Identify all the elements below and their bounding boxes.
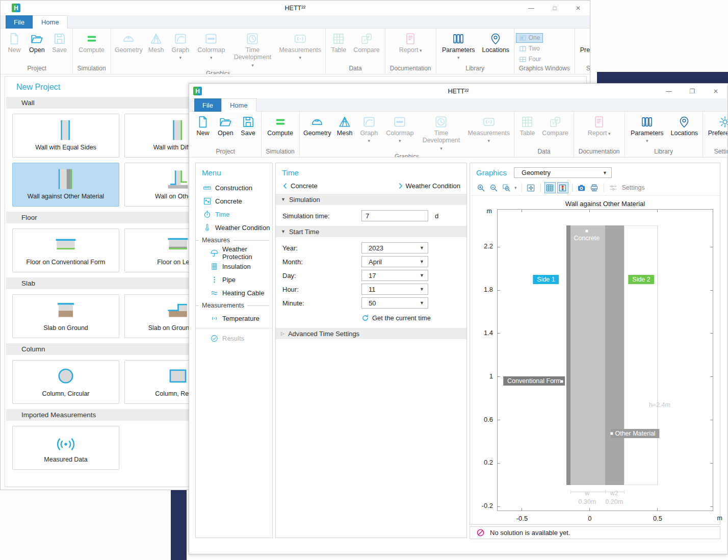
weather-condition-icon [203,223,212,232]
toolbar-colorbar-toggle-button[interactable] [557,182,568,193]
select-value: April [369,258,382,266]
ribbon-button-geometry[interactable]: Geometry [301,114,333,138]
ribbon-button-label-wrap: Measurements ▾ [467,130,510,144]
project-tile-floor-on-conventional-form[interactable]: Floor on Conventional Form [12,228,119,272]
simulation-time-input[interactable]: 7 [361,210,428,221]
get-current-time-button[interactable]: Get the current time [361,314,466,322]
toolbar-zoom-box-button[interactable] [501,182,512,193]
close-button[interactable]: ✕ [566,1,590,15]
column-rectangular-icon [164,367,192,387]
front-titlebar: H HETT²² — ❐ ✕ [189,84,727,98]
menu-item-pipe[interactable]: Pipe [196,273,272,286]
report-icon [404,32,417,45]
ribbon-button-label: Four [529,56,541,63]
toolbar-divider [572,183,573,192]
ribbon-button-new[interactable]: New [192,114,214,138]
menu-item-label: Weather Protection [222,245,272,261]
toolbar-zoom-out-button[interactable] [488,182,499,193]
ribbon-button-preferences[interactable]: Preferences [577,31,590,55]
dropdown-caret-icon: ▾ [514,185,517,190]
year-select[interactable]: 2023▼ [361,242,428,253]
start-time-row-minute: Minute:50▼ [276,296,466,310]
start-time-section-header[interactable]: ▼ Start Time [276,226,466,237]
menu-item-time[interactable]: Time [196,208,272,221]
y-tick [497,247,500,247]
chevron-down-icon: ▼ [420,300,424,306]
graphics-view-select[interactable]: Geometry ▼ [514,167,612,178]
menu-item-insulation[interactable]: Insulation [196,260,272,273]
tab-file[interactable]: File [6,15,33,29]
menu-item-weather-protection[interactable]: Weather Protection [196,246,272,260]
ribbon-group-library: Parameters ▾LocationsLibrary [436,29,514,74]
menu-item-construction[interactable]: Construction [196,181,272,194]
dropdown-caret-icon: ▾ [299,55,301,60]
ribbon-button-locations[interactable]: Locations [668,114,701,138]
maximize-button[interactable]: □ [543,1,566,15]
ribbon-button-compute[interactable]: Compute [264,114,297,138]
menu-item-temperature[interactable]: Temperature [196,312,272,325]
simulation-section-header[interactable]: ▼ Simulation [276,194,466,205]
y-tick [710,506,713,507]
ribbon-button-parameters[interactable]: Parameters ▾ [438,31,480,62]
ribbon-button-label-wrap: New [8,46,20,54]
menu-section-measurements: Measurements [196,299,272,312]
project-tile-measured-data[interactable]: Measured Data [12,426,119,470]
menu-item-label: Time [215,211,229,218]
menu-item-heating-cable[interactable]: Heating Cable [196,286,272,299]
ribbon-button-parameters[interactable]: Parameters ▾ [627,114,668,145]
ribbon-group-label: Project [192,147,259,157]
minute-select[interactable]: 50▼ [361,297,428,309]
toolbar-print-button[interactable] [589,182,600,193]
construction-icon [203,184,212,192]
wall-equal-sides-icon [52,120,80,141]
dimension-value: 0.20m [596,498,632,507]
project-tile-column-circular[interactable]: Column, Circular [12,360,119,404]
menu-item-concrete[interactable]: Concrete [196,194,272,208]
collapse-triangle-icon: ▼ [281,197,285,202]
ribbon-button-label: Time Development [234,46,272,61]
ribbon-button-label: Table [331,46,346,54]
y-tick [710,247,713,247]
toolbar-snapshot-button[interactable] [576,182,587,193]
ribbon-button-label-wrap: Open [218,130,233,137]
dimension-label: w2 [596,489,632,498]
day-select[interactable]: 17▼ [361,270,428,281]
nav-prev-concrete[interactable]: Concrete [282,182,318,190]
y-tick [497,420,500,420]
tab-home[interactable]: Home [221,98,256,112]
minimize-button[interactable]: — [657,84,681,98]
ribbon-button-label-wrap: Preferences [708,130,727,137]
ribbon-button-locations[interactable]: Locations [479,31,512,55]
dropdown-caret-icon: ▾ [368,138,371,143]
toolbar-grid-toggle-button[interactable] [544,182,556,193]
ribbon-button-mesh[interactable]: Mesh [333,114,356,138]
toolbar-zoom-in-button[interactable] [475,182,486,193]
tab-file[interactable]: File [194,98,221,112]
advanced-time-settings-header[interactable]: ▷ Advanced Time Settings [276,328,466,339]
toolbar-zoom-extents-button[interactable] [526,182,537,193]
ribbon-button-save[interactable]: Save [237,114,259,138]
graphics-toolbar: ▾Settings [470,181,720,196]
tile-label: Floor on Conventional Form [27,259,106,266]
annotation-marker [561,380,563,383]
ribbon-button-preferences[interactable]: Preferences [705,114,727,138]
project-tile-slab-on-ground[interactable]: Slab on Ground [12,294,119,338]
nav-next-weather-condition[interactable]: Weather Condition [397,182,460,190]
close-button[interactable]: ✕ [704,84,727,98]
advanced-time-settings-label: Advanced Time Settings [288,330,359,338]
time-panel: Time Concrete Weather Condition ▼ Simula… [275,163,467,538]
ribbon-button-open[interactable]: Open [214,114,237,138]
project-tile-wall-with-equal-sides[interactable]: Wall with Equal Sides [12,114,119,158]
ribbon-button-new: New [3,31,25,55]
time-panel-title: Time [276,163,466,177]
back-tabrow: File Home [1,15,590,29]
tab-home[interactable]: Home [33,15,68,29]
minimize-button[interactable]: — [519,1,543,15]
restore-button[interactable]: ❐ [681,84,704,98]
ribbon-button-label: Table [519,130,535,137]
menu-item-weather-condition[interactable]: Weather Condition [196,221,272,234]
project-tile-wall-against-other-material[interactable]: Wall against Other Material [12,163,119,207]
ribbon-button-open[interactable]: Open [25,31,48,55]
month-select[interactable]: April▼ [361,256,428,267]
hour-select[interactable]: 11▼ [361,284,428,295]
